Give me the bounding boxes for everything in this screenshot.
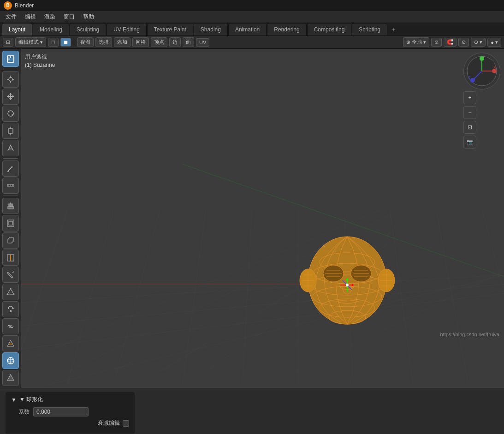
tab-shading[interactable]: Shading <box>194 23 228 36</box>
workspace-tabs: Layout Modeling Sculpting UV Editing Tex… <box>0 23 504 36</box>
dropdown-chevron-icon: ▾ <box>40 39 43 45</box>
tool-poly-build[interactable] <box>2 284 19 300</box>
shading-btn[interactable]: ● ▾ <box>487 38 501 47</box>
tool-inset[interactable] <box>2 215 19 231</box>
tool-select[interactable] <box>2 51 19 67</box>
menu-edit[interactable]: 编辑 <box>21 12 40 22</box>
uv-btn[interactable]: UV <box>196 38 209 47</box>
tool-shrink-fatten[interactable] <box>2 370 19 386</box>
viewport-info: 用户透视 (1) Suzanne <box>25 53 55 69</box>
transform-icon <box>6 144 15 152</box>
tool-edge-slide[interactable] <box>2 335 19 351</box>
tool-smooth[interactable] <box>2 318 19 334</box>
suzanne-svg <box>283 220 412 350</box>
display-type-btn-1[interactable]: ◻ <box>48 38 59 47</box>
tab-texture-paint[interactable]: Texture Paint <box>147 23 193 36</box>
rotate-icon <box>6 109 15 118</box>
knife-icon <box>6 271 15 279</box>
proportional-btn[interactable]: ⊙ <box>458 38 469 47</box>
object-label: (1) Suzanne <box>25 61 55 69</box>
viewport-3d[interactable]: 用户透视 (1) Suzanne <box>21 49 504 388</box>
select-menu[interactable]: 选择 <box>95 37 112 47</box>
decrease-checkbox[interactable] <box>123 420 129 427</box>
tool-measure[interactable] <box>2 178 19 194</box>
smooth-icon <box>6 322 15 331</box>
menu-window[interactable]: 窗口 <box>60 12 78 22</box>
inset-icon <box>6 219 15 227</box>
menu-help[interactable]: 帮助 <box>79 12 98 22</box>
mode-select-dropdown[interactable]: 编辑模式 ▾ <box>15 37 46 47</box>
viewport-header: ⊞ 编辑模式 ▾ ◻ ◼ 视图 选择 添加 网格 顶点 边 面 UV ⊕ 全局 … <box>0 36 504 49</box>
svg-point-36 <box>10 288 11 290</box>
grid-background <box>21 49 504 388</box>
tab-compositing[interactable]: Compositing <box>307 23 352 36</box>
factor-label: 系数 <box>11 408 30 416</box>
tab-layout[interactable]: Layout <box>2 23 32 36</box>
zoom-out-btn[interactable]: − <box>463 106 476 119</box>
tool-annotate[interactable] <box>2 161 19 177</box>
overlay-btn[interactable]: ⊙ ▾ <box>471 38 486 47</box>
toolbar-separator-2 <box>3 158 18 159</box>
menu-bar: 文件 编辑 渲染 窗口 帮助 <box>0 11 504 23</box>
tab-animation[interactable]: Animation <box>228 23 267 36</box>
add-menu[interactable]: 添加 <box>114 37 130 47</box>
decrease-label: 衰减编辑 <box>98 419 120 427</box>
svg-rect-49 <box>21 49 504 388</box>
mesh-menu[interactable]: 网格 <box>132 37 149 47</box>
snap-btn[interactable]: 🧲 <box>444 38 457 47</box>
factor-input[interactable] <box>33 407 89 416</box>
tab-scripting[interactable]: Scripting <box>352 23 387 36</box>
sphere-tool-icon <box>6 357 15 365</box>
tool-extrude[interactable] <box>2 198 19 214</box>
tool-cursor[interactable] <box>2 71 19 87</box>
spherify-panel: ▼ ▼ 球形化 系数 衰减编辑 <box>6 392 135 434</box>
extrude-icon <box>6 202 15 210</box>
main-area: 用户透视 (1) Suzanne <box>0 49 504 388</box>
snap-icon: 🧲 <box>447 39 453 45</box>
tool-knife[interactable] <box>2 267 19 283</box>
tool-move[interactable] <box>2 89 19 105</box>
left-toolbar <box>0 49 21 388</box>
tool-spin[interactable] <box>2 301 19 317</box>
display-type-btn-2[interactable]: ◼ <box>60 38 71 47</box>
tool-transform[interactable] <box>2 140 19 156</box>
tool-loop-cut[interactable] <box>2 250 19 266</box>
tab-sculpting[interactable]: Sculpting <box>70 23 106 36</box>
face-btn[interactable]: 面 <box>183 37 194 47</box>
svg-rect-40 <box>10 310 12 312</box>
watermark: https://blog.csdn.net/fruiva <box>440 332 499 337</box>
tool-scale[interactable] <box>2 123 19 139</box>
transform-space-dropdown[interactable]: ⊕ 全局 ▾ <box>403 37 429 47</box>
vertex-btn[interactable]: 顶点 <box>151 37 167 47</box>
user-view-label: 用户透视 <box>25 53 55 61</box>
tab-rendering[interactable]: Rendering <box>267 23 306 36</box>
zoom-fit-btn[interactable]: ⊡ <box>463 121 476 134</box>
tool-sphere[interactable] <box>2 352 19 369</box>
add-workspace-button[interactable]: + <box>388 23 399 36</box>
menu-file[interactable]: 文件 <box>2 12 20 22</box>
toggle-camera-btn[interactable]: 📷 <box>463 136 476 149</box>
factor-row: 系数 <box>11 407 129 416</box>
panel-collapse-icon[interactable]: ▼ <box>11 397 17 403</box>
edge-btn[interactable]: 边 <box>169 37 181 47</box>
tool-bevel[interactable] <box>2 232 19 249</box>
suzanne-mesh <box>283 220 412 351</box>
measure-icon <box>6 181 15 190</box>
menu-render[interactable]: 渲染 <box>41 12 59 22</box>
svg-text:Y: Y <box>480 55 482 59</box>
zoom-in-btn[interactable]: + <box>463 91 476 104</box>
tool-rotate[interactable] <box>2 106 19 122</box>
bevel-icon <box>6 236 15 244</box>
svg-marker-11 <box>9 98 12 100</box>
transform-pivot-btn[interactable]: ⊙ <box>431 38 442 47</box>
bottom-panel: ▼ ▼ 球形化 系数 衰减编辑 <box>0 388 504 434</box>
scale-icon <box>6 127 15 135</box>
pivot-icon: ⊙ <box>434 39 439 45</box>
tab-modeling[interactable]: Modeling <box>33 23 69 36</box>
svg-point-38 <box>6 294 8 295</box>
nav-orbit-btn[interactable]: X Y Z <box>463 53 500 89</box>
tab-uv-editing[interactable]: UV Editing <box>107 23 147 36</box>
chevron-down-icon-3: ▾ <box>495 39 498 45</box>
svg-point-14 <box>8 111 13 116</box>
view-menu[interactable]: 视图 <box>77 37 94 47</box>
